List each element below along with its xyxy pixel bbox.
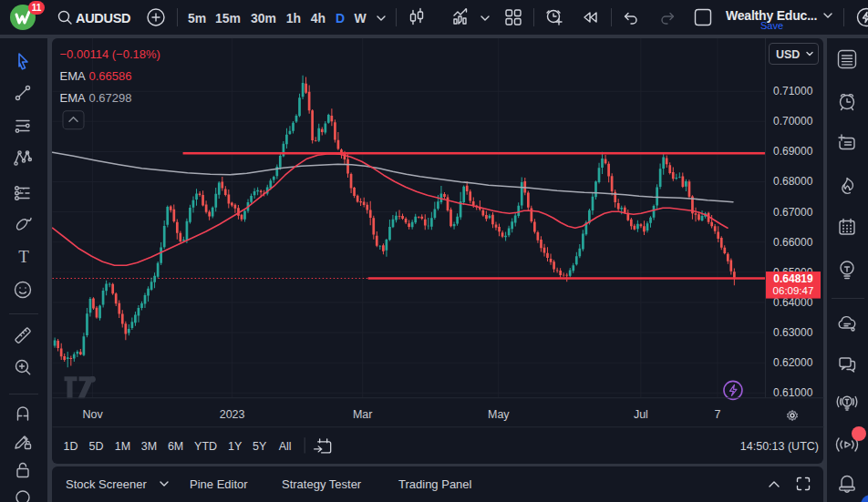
svg-text:EMA: EMA (59, 91, 86, 105)
svg-text:EMA: EMA (59, 69, 86, 83)
svg-text:0.71000: 0.71000 (772, 85, 812, 97)
svg-text:Jul: Jul (633, 408, 647, 421)
svg-text:0.70000: 0.70000 (772, 115, 812, 128)
svg-text:0.66586: 0.66586 (88, 69, 131, 83)
svg-text:1M: 1M (114, 440, 129, 453)
svg-text:Mar: Mar (352, 408, 372, 421)
svg-text:2023: 2023 (219, 408, 244, 421)
svg-text:6M: 6M (167, 440, 182, 453)
svg-text:5D: 5D (88, 440, 103, 453)
svg-text:1Y: 1Y (227, 440, 242, 453)
svg-text:3M: 3M (140, 440, 156, 453)
svg-text:06:09:47: 06:09:47 (772, 285, 813, 296)
svg-text:1D: 1D (63, 440, 78, 453)
svg-text:5Y: 5Y (252, 440, 266, 453)
svg-text:0.67000: 0.67000 (772, 206, 812, 219)
svg-text:0.66000: 0.66000 (772, 236, 812, 249)
svg-text:14:50:13 (UTC): 14:50:13 (UTC) (739, 440, 818, 453)
svg-text:0.61000: 0.61000 (772, 386, 812, 399)
svg-text:7: 7 (714, 408, 720, 421)
svg-text:0.69000: 0.69000 (772, 145, 812, 158)
svg-text:Nov: Nov (82, 408, 103, 421)
svg-text:0.68000: 0.68000 (772, 176, 812, 189)
svg-text:YTD: YTD (194, 440, 217, 453)
svg-text:0.64819: 0.64819 (773, 272, 813, 285)
svg-text:0.63000: 0.63000 (772, 326, 812, 339)
svg-text:0.67298: 0.67298 (88, 91, 131, 105)
svg-text:All: All (278, 440, 291, 453)
svg-text:0.62000: 0.62000 (772, 356, 812, 369)
svg-text:May: May (487, 408, 509, 421)
svg-text:−0.00114 (−0.18%): −0.00114 (−0.18%) (59, 47, 160, 61)
